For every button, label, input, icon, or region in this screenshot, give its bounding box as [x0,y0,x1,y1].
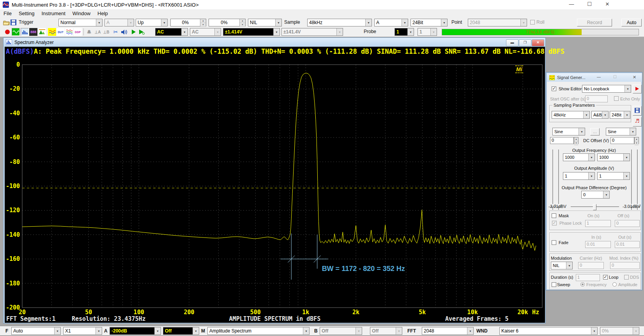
sample-rate-select[interactable]: 48kHz▼ [307,19,372,26]
save-icon[interactable] [11,19,16,25]
amp-a-select[interactable]: 1▼ [563,172,595,180]
mask-checkbox[interactable] [552,213,556,218]
a-ref-select[interactable]: Off▼ [163,327,199,335]
dc-offset-b-input[interactable]: 0 [610,137,634,144]
level-slider-b2[interactable] [635,150,640,210]
freq-a-select[interactable]: 1000▼ [563,153,595,161]
show-editor-checkbox[interactable]: ✓ [552,86,556,91]
oscilloscope-icon[interactable] [12,28,20,36]
spectrum-window-title: Spectrum Analyzer [14,40,54,45]
x-axis-unit: Hz [532,309,539,316]
spin-buttons[interactable]: ▲▼ [200,19,206,26]
probe-a-select[interactable]: 1▼ [395,28,414,36]
chevron-down-icon: ▼ [127,19,134,26]
sample-channel-select[interactable]: A▼ [374,19,408,26]
menu-item-window[interactable]: Window [69,9,94,18]
siggen-rate-select[interactable]: 48kHz▼ [552,111,590,119]
fade-out-label: Out (s) [618,235,632,239]
spectrum-client-area[interactable]: A(dBFS)A: Peak Frequency= 1.0000 kHz THD… [5,47,545,323]
chevron-down-icon: ▼ [273,28,280,35]
phase-select[interactable]: 0▼ [581,191,610,199]
echo-only-checkbox [614,96,619,101]
menu-item-setting[interactable]: Setting [15,9,38,18]
siggen-bits-select[interactable]: 24Bit▼ [610,111,630,119]
menu-item-help[interactable]: Help [94,9,111,18]
level-slider-b1[interactable] [629,150,634,210]
spectrum-minimize-button[interactable]: ▬ [506,39,518,46]
plot-title: AMPLITUDE SPECTRUM in dBFS [229,315,321,322]
close-button[interactable]: ✕ [602,1,613,7]
trigger-level-spinner[interactable]: 0%▲▼ [170,19,206,26]
waterfall-icon[interactable] [65,28,73,36]
loopback-select[interactable]: No Loopback▼ [582,85,631,93]
dc-offset-b-spin[interactable]: ▲▼ [634,137,639,144]
balance-slider-thumb[interactable] [593,204,596,210]
window-function-select[interactable]: Kaiser 6▼ [499,327,598,335]
freq-range-select[interactable]: Auto▼ [11,327,61,335]
menu-item-file[interactable]: File [0,9,15,18]
record-hold-icon[interactable] [3,28,11,36]
chevron-down-icon: ▼ [275,19,281,26]
save-waveform-button[interactable] [633,106,642,116]
freq-b-select[interactable]: 1000▼ [597,153,630,161]
wave-editor-button[interactable]: ... [590,128,600,135]
ddp-viewer-icon[interactable]: DDP [74,28,82,36]
wave-a-select[interactable]: Sine▼ [552,128,585,135]
run-loop-icon[interactable] [138,28,146,36]
a-range-select[interactable]: -200dB▼ [110,327,161,335]
coupling-a-select[interactable]: AC▼ [155,28,188,36]
trigger-edge-select[interactable]: Up▼ [136,19,168,26]
fade-checkbox[interactable] [552,240,556,245]
spectrum-close-button[interactable]: ✕ [532,39,544,46]
sample-bits-select[interactable]: 24Bit▼ [410,19,448,26]
siggen-close-button[interactable]: ✕ [633,75,636,80]
data-logger-icon[interactable] [48,28,56,36]
spectrum-3d-plot-icon[interactable] [38,28,46,36]
trigger-mode-select[interactable]: Normal▼ [58,19,103,26]
mode-select[interactable]: Amplitude Spectrum▼ [207,327,310,335]
multimeter-icon[interactable]: 888 [29,28,37,36]
level-slider-a1[interactable] [550,150,555,210]
siggen-channels-select[interactable]: A&B▼ [591,111,609,119]
sweep-checkbox[interactable] [552,282,556,287]
trigger-hpf-select[interactable]: NIL▼ [248,19,282,26]
open-file-icon[interactable] [3,19,10,25]
sweep-label: Sweep [557,282,570,287]
loop-checkbox[interactable]: ✓ [603,275,608,280]
run-icon[interactable] [129,28,138,36]
device-test-plan-icon[interactable]: DUT [57,28,65,36]
minimize-button[interactable]: — [566,1,577,7]
overlap-select: 0%▼ [600,327,639,335]
spectrum-restore-button[interactable]: ❐ [519,39,531,46]
auto-button[interactable]: Auto [621,19,642,26]
wave-b-select[interactable]: Sine▼ [606,128,636,135]
siggen-minimize-button[interactable]: — [597,75,601,79]
menu-item-instrument[interactable]: Instrument [38,9,69,18]
amp-b-select[interactable]: 1▼ [597,172,630,180]
spectrum-plot-svg[interactable]: 0-20-40-60-80-100-120-140-160-180-200205… [5,47,545,323]
mask-label: Mask [559,213,569,218]
fft-segments-label: FFT Segments:1 [6,315,55,322]
probe-calibration-icon[interactable]: ✂ [111,28,120,36]
music-note-button[interactable]: ♬ [633,117,642,127]
fft-size-select[interactable]: 2048▼ [422,327,474,335]
spectrum-analyzer-icon[interactable] [21,28,29,36]
chevron-down-icon: ▼ [625,85,631,92]
trigger-delay-spinner[interactable]: 0%▲▼ [209,19,246,26]
siggen-run-button[interactable] [633,84,642,93]
output-amplitude-label: Output Amplitude (V) [574,166,614,171]
signal-generator-titlebar[interactable]: Signal Gener... — ☐ ✕ [547,73,642,82]
range-a-select[interactable]: ±1.414V▼ [223,28,280,36]
dc-offset-a-input[interactable]: 0 [550,137,574,144]
b-label: B [314,328,318,334]
spin-buttons[interactable]: ▲▼ [239,19,245,26]
fft-label: FFT [407,328,416,334]
level-slider-a2[interactable] [556,150,561,210]
zoom-select[interactable]: X1▼ [63,327,102,335]
chevron-down-icon: ▼ [583,111,589,118]
modulation-select[interactable]: NIL▼ [551,262,573,269]
speaker-icon[interactable] [120,28,128,36]
maximize-button[interactable]: ☐ [584,1,595,7]
dc-offset-a-spin[interactable]: ▲▼ [574,137,579,144]
spectrum-window-titlebar[interactable]: Spectrum Analyzer ▬ ❐ ✕ [4,38,545,47]
